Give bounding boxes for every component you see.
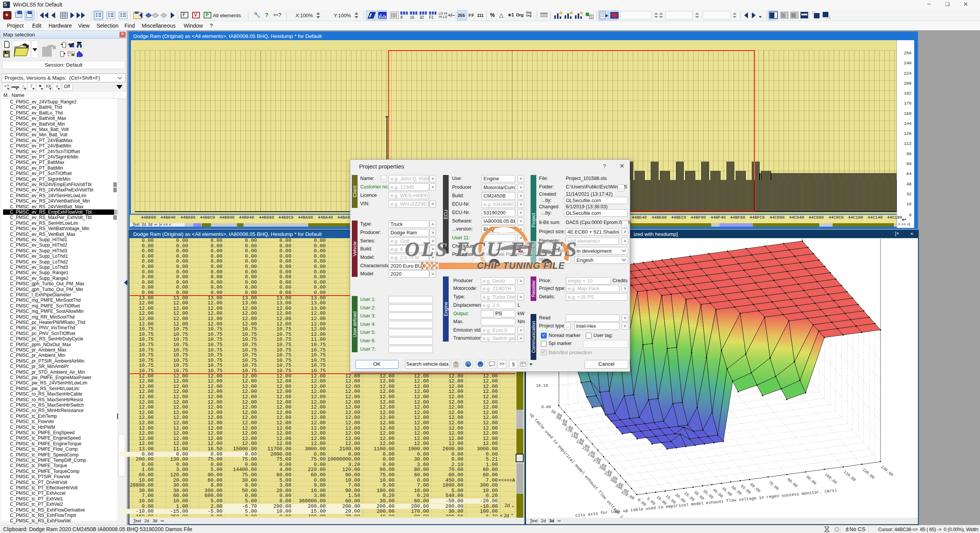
svg-text:130.00: 130.00: [880, 464, 894, 477]
svg-text:120.00: 120.00: [861, 467, 875, 480]
svg-text:up table used to empirical mod: up table used to empirical model exhaust…: [529, 412, 629, 518]
svg-text:90.00: 90.00: [805, 474, 817, 486]
svg-text:0.00: 0.00: [637, 497, 647, 507]
svg-text:70.00: 70.00: [768, 480, 780, 491]
svg-text:5.00: 5.00: [646, 496, 656, 506]
svg-text:0.00: 0.00: [541, 405, 551, 409]
svg-text:80.00: 80.00: [786, 477, 799, 488]
svg-text:110.00: 110.00: [843, 469, 857, 482]
svg-text:100.00: 100.00: [824, 472, 838, 485]
svg-text:10.18: 10.18: [536, 383, 548, 388]
